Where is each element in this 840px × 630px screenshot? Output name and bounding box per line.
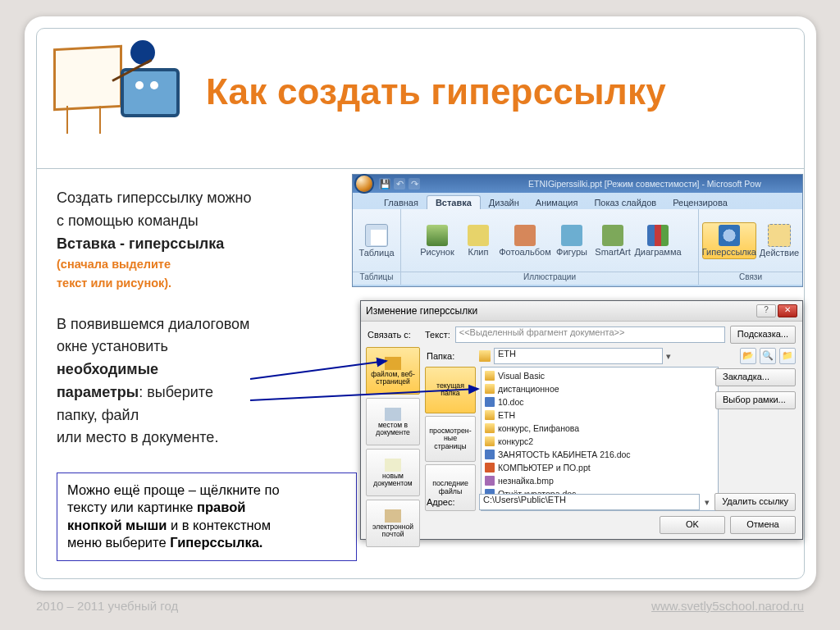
group-tables: Таблица Таблицы bbox=[353, 209, 401, 285]
browse-web-icon[interactable]: 🔍 bbox=[760, 348, 776, 364]
p1-l1: Создать гиперссылку можно bbox=[57, 189, 339, 208]
tab-home[interactable]: Главная bbox=[376, 196, 427, 209]
linkto-sidebar: файлом, веб-страницей местом в документе… bbox=[366, 345, 420, 511]
hint-button[interactable]: Подсказка... bbox=[730, 326, 796, 344]
linkto-newdoc[interactable]: новым документом bbox=[366, 449, 420, 496]
linkwith-label: Связать с: bbox=[368, 330, 420, 340]
slide-title: Как создать гиперссылку bbox=[206, 71, 666, 112]
quick-access-toolbar: 💾 ↶ ↷ ETNIGiperssilki.ppt [Режим совмест… bbox=[353, 175, 802, 193]
ribbon-screenshot: 💾 ↶ ↷ ETNIGiperssilki.ppt [Режим совмест… bbox=[352, 174, 803, 287]
group-tables-label: Таблицы bbox=[353, 272, 400, 285]
list-item[interactable]: конкурс, Епифанова bbox=[485, 422, 714, 435]
list-item[interactable]: незнайка.bmp bbox=[485, 474, 714, 487]
remove-link-button[interactable]: Удалить ссылку bbox=[714, 493, 796, 511]
group-illustrations-label: Иллюстрации bbox=[401, 272, 698, 285]
hyperlink-dialog: Изменение гиперссылки ? ✕ Связать с: Тек… bbox=[360, 300, 803, 540]
btn-photoalbum[interactable]: Фотоальбом bbox=[500, 223, 550, 258]
ribbon-groups: Таблица Таблицы Рисунок Клип Фотоальбом … bbox=[353, 209, 802, 285]
group-links-label: Связи bbox=[699, 272, 802, 285]
list-item[interactable]: дистанционное bbox=[485, 382, 714, 395]
undo-icon[interactable]: ↶ bbox=[394, 178, 405, 189]
slide-body: Создать гиперссылку можно с помощью кома… bbox=[37, 168, 804, 578]
linkto-place[interactable]: местом в документе bbox=[366, 398, 420, 445]
group-links: Гиперссылка Действие Связи bbox=[699, 209, 802, 285]
dialog-title: Изменение гиперссылки bbox=[366, 305, 477, 317]
mode-browsed-pages[interactable]: просмотрен-ные страницы bbox=[425, 416, 476, 463]
bookmark-button[interactable]: Закладка... bbox=[715, 368, 796, 386]
footer-year: 2010 – 2011 учебный год bbox=[36, 599, 178, 613]
paragraph2: В появившемся диалоговом окне установить… bbox=[57, 315, 339, 449]
slide-card: Как создать гиперссылку Создать гиперссы… bbox=[25, 16, 816, 591]
footer: 2010 – 2011 учебный год www.svetly5schoo… bbox=[36, 599, 804, 613]
linkto-email[interactable]: электронной почтой bbox=[366, 500, 420, 547]
p2-l6: или место в документе. bbox=[57, 428, 339, 448]
btn-clip[interactable]: Клип bbox=[459, 223, 497, 258]
dialog-titlebar: Изменение гиперссылки ? ✕ bbox=[361, 301, 802, 322]
list-item[interactable]: конкурс2 bbox=[485, 435, 714, 448]
close-button[interactable]: ✕ bbox=[778, 304, 797, 317]
tip-l1: Можно ещё проще – щёлкните по bbox=[67, 482, 346, 499]
file-list[interactable]: Visual Basic дистанционное 10.doc ETH ко… bbox=[481, 367, 719, 511]
p2-bold1: необходимые bbox=[57, 361, 158, 377]
text-label: Текст: bbox=[425, 330, 450, 340]
folder-label: Папка: bbox=[427, 351, 476, 361]
group-illustrations: Рисунок Клип Фотоальбом Фигуры SmartArt … bbox=[401, 209, 699, 285]
btn-smartart[interactable]: SmartArt bbox=[594, 223, 632, 258]
p1-l2: с помощью команды bbox=[57, 212, 339, 231]
p2-l5: папку, файл bbox=[57, 406, 339, 426]
office-button-icon[interactable] bbox=[356, 176, 372, 192]
linkto-file-web[interactable]: файлом, веб-страницей bbox=[366, 347, 420, 395]
p2-l4b: : выберите bbox=[139, 384, 213, 400]
btn-action[interactable]: Действие bbox=[760, 222, 799, 259]
tab-insert[interactable]: Вставка bbox=[427, 195, 481, 209]
redo-icon[interactable]: ↷ bbox=[409, 178, 420, 189]
p2-l2: окне установить bbox=[57, 337, 339, 357]
ribbon-tabs: Главная Вставка Дизайн Анимация Показ сл… bbox=[353, 193, 802, 209]
document-title: ETNIGiperssilki.ppt [Режим совместимости… bbox=[528, 179, 761, 189]
address-label: Адрес: bbox=[427, 497, 474, 507]
browse-mode-sidebar: текущая папка просмотрен-ные страницы по… bbox=[425, 367, 476, 511]
p2-l1: В появившемся диалоговом bbox=[57, 315, 339, 335]
btn-chart[interactable]: Диаграмма bbox=[635, 223, 681, 258]
logo-illustration bbox=[50, 42, 198, 148]
p1-note2: текст или рисунок). bbox=[57, 276, 339, 291]
text-input[interactable]: <<Выделенный фрагмент документа>> bbox=[455, 326, 725, 343]
list-item[interactable]: Visual Basic bbox=[485, 369, 714, 382]
list-item[interactable]: КОМПЬЮТЕР и ПО.ppt bbox=[485, 461, 714, 474]
tab-review[interactable]: Рецензирова bbox=[664, 196, 736, 209]
btn-table[interactable]: Таблица bbox=[358, 222, 395, 259]
up-folder-icon[interactable]: 📂 bbox=[740, 348, 756, 364]
help-button[interactable]: ? bbox=[756, 304, 776, 317]
tab-animation[interactable]: Анимация bbox=[527, 196, 587, 209]
left-column: Создать гиперссылку можно с помощью кома… bbox=[57, 189, 339, 451]
footer-link[interactable]: www.svetly5school.narod.ru bbox=[651, 599, 804, 613]
tab-design[interactable]: Дизайн bbox=[481, 196, 527, 209]
cancel-button[interactable]: Отмена bbox=[730, 516, 796, 534]
save-icon[interactable]: 💾 bbox=[379, 178, 390, 189]
mode-current-folder[interactable]: текущая папка bbox=[425, 367, 476, 413]
header: Как создать гиперссылку bbox=[37, 29, 804, 155]
slide-frame: Как создать гиперссылку Создать гиперссы… bbox=[36, 28, 805, 579]
btn-hyperlink[interactable]: Гиперссылка bbox=[702, 222, 756, 259]
folder-dropdown[interactable]: ETH bbox=[494, 348, 663, 364]
list-item[interactable]: ETH bbox=[485, 409, 714, 422]
list-item[interactable]: 10.doc bbox=[485, 395, 714, 409]
list-item[interactable]: ЗАНЯТОСТЬ КАБИНЕТА 216.doc bbox=[485, 448, 714, 461]
ok-button[interactable]: OK bbox=[660, 516, 725, 534]
tab-slideshow[interactable]: Показ слайдов bbox=[586, 196, 664, 209]
btn-picture[interactable]: Рисунок bbox=[418, 223, 456, 258]
browse-file-icon[interactable]: 📁 bbox=[779, 348, 796, 364]
address-input[interactable]: C:\Users\Public\ETH bbox=[479, 494, 700, 510]
p2-bold2: параметры bbox=[57, 384, 139, 400]
folder-icon bbox=[479, 350, 491, 362]
btn-shapes[interactable]: Фигуры bbox=[553, 223, 591, 258]
frame-button[interactable]: Выбор рамки... bbox=[715, 391, 796, 409]
tip-box: Можно ещё проще – щёлкните по тексту или… bbox=[57, 472, 357, 561]
p1-note1: (сначала выделите bbox=[57, 257, 339, 272]
dialog-right-buttons: Закладка... Выбор рамки... bbox=[715, 368, 796, 409]
p1-l3: Вставка - гиперссылка bbox=[57, 235, 339, 254]
